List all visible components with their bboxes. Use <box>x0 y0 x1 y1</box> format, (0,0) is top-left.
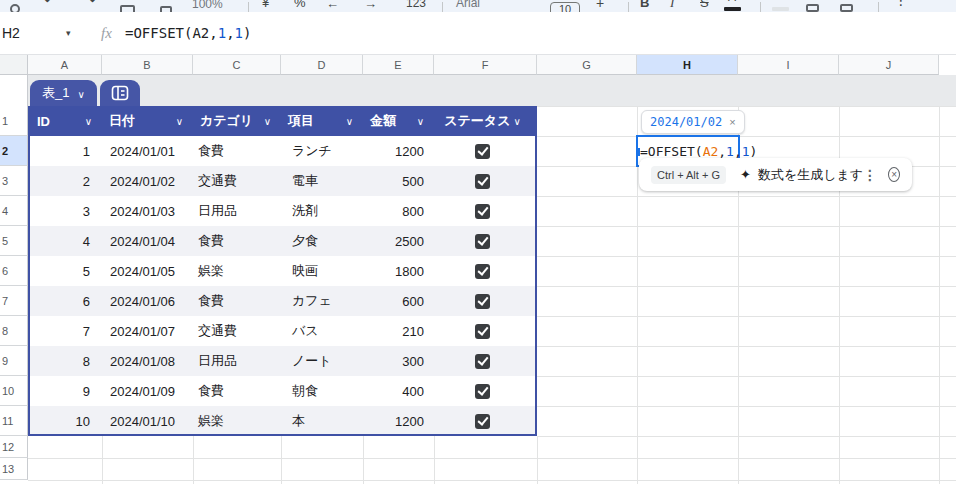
row-header-7[interactable]: 7 <box>0 286 28 316</box>
cell-id[interactable]: 2 <box>28 166 100 196</box>
checkbox-checked[interactable] <box>475 384 490 399</box>
cell-item[interactable]: 電車 <box>279 166 361 196</box>
table-header-cell[interactable]: ID∨ <box>28 106 100 136</box>
undo-icon[interactable]: ↶ <box>44 0 56 7</box>
font-size-input[interactable]: 10 <box>550 2 580 12</box>
font-select[interactable]: Arial <box>456 0 480 9</box>
checkbox-checked[interactable] <box>475 354 490 369</box>
cell-date[interactable]: 2024/01/09 <box>100 376 191 406</box>
row-header-12[interactable]: 12 <box>0 436 28 458</box>
preview-close-icon[interactable]: × <box>729 116 735 128</box>
row-header-6[interactable]: 6 <box>0 256 28 286</box>
text-color-icon[interactable]: A <box>728 0 736 3</box>
cell-status[interactable] <box>432 256 533 286</box>
cell-date[interactable]: 2024/01/08 <box>100 346 191 376</box>
cell-date[interactable]: 2024/01/07 <box>100 316 191 346</box>
tooltip-dismiss-icon[interactable]: × <box>888 167 900 182</box>
cell-item[interactable]: 映画 <box>279 256 361 286</box>
italic-icon[interactable]: I <box>670 0 674 9</box>
column-header-J[interactable]: J <box>839 55 939 75</box>
cell-amount[interactable]: 300 <box>361 346 432 376</box>
cell-category[interactable]: 交通費 <box>191 316 279 346</box>
more-options-icon[interactable]: ⋮ <box>894 0 908 7</box>
redo-icon[interactable]: ↷ <box>84 0 96 7</box>
number-format-icon[interactable]: 123 <box>406 0 426 9</box>
cell-category[interactable]: 食費 <box>191 376 279 406</box>
cell-amount[interactable]: 800 <box>361 196 432 226</box>
cell-item[interactable]: バス <box>279 316 361 346</box>
checkbox-checked[interactable] <box>475 144 490 159</box>
filter-chevron-icon[interactable]: ∨ <box>513 116 520 127</box>
cell-category[interactable]: 日用品 <box>191 346 279 376</box>
cell-item[interactable]: 洗剤 <box>279 196 361 226</box>
checkbox-checked[interactable] <box>475 414 490 429</box>
cell-id[interactable]: 1 <box>28 136 100 166</box>
column-header-B[interactable]: B <box>102 55 193 75</box>
cell-amount[interactable]: 2500 <box>361 226 432 256</box>
cell-status[interactable] <box>432 286 533 316</box>
checkbox-checked[interactable] <box>475 174 490 189</box>
row-header-5[interactable]: 5 <box>0 226 28 256</box>
cell-status[interactable] <box>432 376 533 406</box>
cell-amount[interactable]: 210 <box>361 316 432 346</box>
cell-status[interactable] <box>432 316 533 346</box>
column-header-D[interactable]: D <box>281 55 363 75</box>
cell-date[interactable]: 2024/01/10 <box>100 406 191 436</box>
name-box-caret-icon[interactable]: ▾ <box>66 28 71 38</box>
cell-id[interactable]: 7 <box>28 316 100 346</box>
cell-date[interactable]: 2024/01/02 <box>100 166 191 196</box>
borders-icon[interactable] <box>806 4 819 12</box>
cell-id[interactable]: 3 <box>28 196 100 226</box>
checkbox-checked[interactable] <box>475 264 490 279</box>
row-header-11[interactable]: 11 <box>0 406 28 436</box>
row-header-13[interactable]: 13 <box>0 458 28 480</box>
cell-category[interactable]: 交通費 <box>191 166 279 196</box>
cell-date[interactable]: 2024/01/05 <box>100 256 191 286</box>
checkbox-checked[interactable] <box>475 324 490 339</box>
cell-category[interactable]: 娯楽 <box>191 256 279 286</box>
table-header-cell[interactable]: カテゴリ∨ <box>191 106 279 136</box>
checkbox-checked[interactable] <box>475 294 490 309</box>
table-header-cell[interactable]: 日付∨ <box>100 106 191 136</box>
fill-color-icon[interactable] <box>772 7 789 11</box>
column-header-A[interactable]: A <box>28 55 102 75</box>
row-header-4[interactable]: 4 <box>0 196 28 226</box>
column-header-I[interactable]: I <box>738 55 839 75</box>
cell-status[interactable] <box>432 226 533 256</box>
select-all-corner[interactable] <box>0 55 28 75</box>
name-box[interactable]: H2 <box>2 25 20 41</box>
table-menu-chip[interactable] <box>100 80 140 106</box>
search-icon[interactable] <box>10 4 20 12</box>
column-header-F[interactable]: F <box>434 55 537 75</box>
cell-date[interactable]: 2024/01/04 <box>100 226 191 256</box>
cell-item[interactable]: 夕食 <box>279 226 361 256</box>
cell-category[interactable]: 食費 <box>191 226 279 256</box>
cell-id[interactable]: 5 <box>28 256 100 286</box>
row-header-1[interactable]: 1 <box>0 106 28 136</box>
row-header-9[interactable]: 9 <box>0 346 28 376</box>
cell-item[interactable]: ノート <box>279 346 361 376</box>
cell-item[interactable]: 朝食 <box>279 376 361 406</box>
cell-date[interactable]: 2024/01/01 <box>100 136 191 166</box>
cell-amount[interactable]: 600 <box>361 286 432 316</box>
strikethrough-icon[interactable]: S <box>700 0 709 9</box>
cell-id[interactable]: 8 <box>28 346 100 376</box>
increase-decimal-icon[interactable]: → <box>364 0 377 10</box>
cell-id[interactable]: 6 <box>28 286 100 316</box>
checkbox-checked[interactable] <box>475 204 490 219</box>
row-header-8[interactable]: 8 <box>0 316 28 346</box>
currency-format-icon[interactable]: ¥ <box>262 0 269 9</box>
table-header-cell[interactable]: 金額∨ <box>361 106 432 136</box>
cell-item[interactable]: 本 <box>279 406 361 436</box>
cell-status[interactable] <box>432 406 533 436</box>
cell-category[interactable]: 日用品 <box>191 196 279 226</box>
formula-input[interactable]: =OFFSET(A2,1,1) <box>125 25 251 41</box>
cell-status[interactable] <box>432 196 533 226</box>
filter-chevron-icon[interactable]: ∨ <box>346 116 361 127</box>
cell-id[interactable]: 9 <box>28 376 100 406</box>
cell-amount[interactable]: 500 <box>361 166 432 196</box>
cell-amount[interactable]: 1200 <box>361 136 432 166</box>
cell-category[interactable]: 食費 <box>191 286 279 316</box>
cell-amount[interactable]: 1200 <box>361 406 432 436</box>
increase-font-size-icon[interactable]: + <box>596 0 604 10</box>
